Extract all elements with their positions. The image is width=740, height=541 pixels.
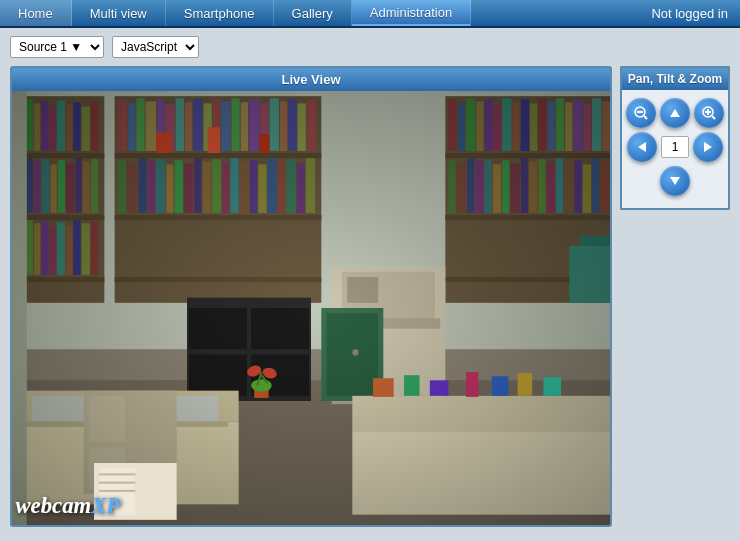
live-view-image: webcamXP: [12, 91, 610, 525]
svg-rect-178: [99, 482, 135, 484]
source-select[interactable]: Source 1 ▼ Source 2 Source 3: [10, 36, 104, 58]
svg-marker-190: [704, 142, 712, 152]
login-status: Not logged in: [651, 0, 740, 26]
svg-line-183: [644, 116, 647, 119]
navbar: Home Multi view Smartphone Gallery Admin…: [0, 0, 740, 28]
live-view-title: Live View: [12, 68, 610, 91]
main-area: Live View: [0, 66, 740, 537]
svg-marker-189: [638, 142, 646, 152]
svg-text:webcamXP: webcamXP: [15, 493, 121, 518]
zoom-in-button[interactable]: [694, 98, 724, 128]
tab-smartphone[interactable]: Smartphone: [166, 0, 274, 26]
tilt-down-button[interactable]: [660, 166, 690, 196]
ptz-zoom-value[interactable]: [661, 136, 689, 158]
tab-home[interactable]: Home: [0, 0, 72, 26]
tab-multiview[interactable]: Multi view: [72, 0, 166, 26]
svg-rect-176: [138, 468, 171, 514]
svg-line-188: [712, 116, 715, 119]
zoom-out-button[interactable]: [626, 98, 656, 128]
ptz-row-mid: [627, 132, 723, 162]
pan-left-button[interactable]: [627, 132, 657, 162]
tab-administration[interactable]: Administration: [352, 0, 471, 26]
camera-feed: webcamXP: [12, 91, 610, 525]
renderer-select[interactable]: JavaScript Flash MJPEG: [112, 36, 199, 58]
pan-right-button[interactable]: [693, 132, 723, 162]
tab-gallery[interactable]: Gallery: [274, 0, 352, 26]
ptz-controls: [620, 90, 730, 210]
controls-row: Source 1 ▼ Source 2 Source 3 JavaScript …: [0, 28, 740, 66]
svg-marker-184: [670, 109, 680, 117]
ptz-row-top: [626, 98, 724, 128]
svg-rect-173: [12, 91, 610, 525]
ptz-row-bottom: [660, 166, 690, 196]
svg-rect-177: [99, 473, 135, 475]
svg-marker-191: [670, 177, 680, 185]
tilt-up-button[interactable]: [660, 98, 690, 128]
live-view-container: Live View: [10, 66, 612, 527]
ptz-title: Pan, Tilt & Zoom: [620, 66, 730, 90]
ptz-panel: Pan, Tilt & Zoom: [620, 66, 730, 527]
